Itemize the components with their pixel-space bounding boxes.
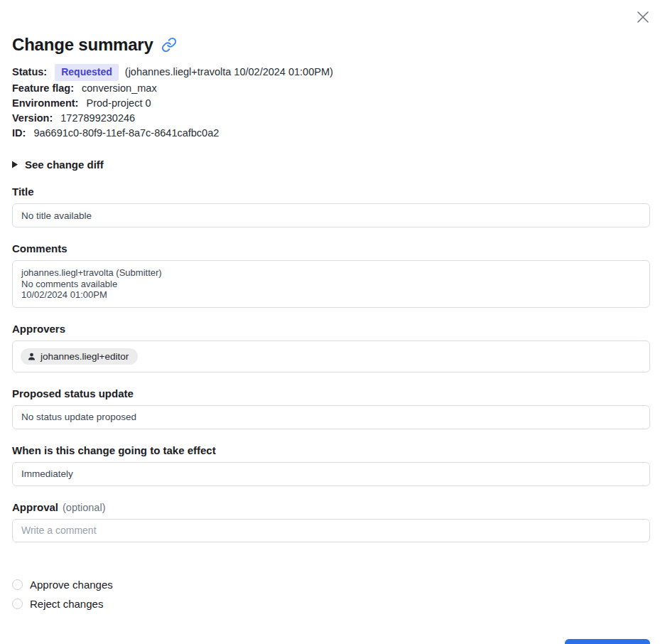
approve-changes-option[interactable]: Approve changes bbox=[12, 579, 650, 591]
copy-link-button[interactable] bbox=[161, 37, 177, 53]
meta-row-environment: Environment: Prod-project 0 bbox=[12, 96, 650, 111]
effect-time-label: When is this change going to take effect bbox=[12, 444, 650, 456]
change-summary-modal: Change summary Status: Requested (johann… bbox=[0, 0, 660, 644]
version-label: Version: bbox=[12, 112, 53, 124]
feature-flag-label: Feature flag: bbox=[12, 82, 74, 94]
feature-flag-value: conversion_max bbox=[82, 82, 157, 94]
disclosure-triangle-icon bbox=[12, 161, 18, 168]
effect-time-field: When is this change going to take effect… bbox=[12, 444, 650, 486]
title-field: Title No title available bbox=[12, 186, 650, 227]
meta-row-feature-flag: Feature flag: conversion_max bbox=[12, 81, 650, 96]
version-value: 1727899230246 bbox=[60, 112, 135, 124]
comments-field-value-box: johannes.liegl+travolta (Submitter) No c… bbox=[12, 260, 650, 308]
approve-changes-label: Approve changes bbox=[30, 579, 113, 591]
confirm-button[interactable]: Confirm bbox=[565, 639, 650, 644]
see-change-diff-toggle[interactable]: See change diff bbox=[12, 159, 104, 171]
meta-row-id: ID: 9a6691c0-80f9-11ef-8a7c-8641cafbc0a2 bbox=[12, 126, 650, 141]
approval-comment-input[interactable] bbox=[12, 519, 650, 542]
id-value: 9a6691c0-80f9-11ef-8a7c-8641cafbc0a2 bbox=[33, 127, 219, 139]
approvers-field: Approvers johannes.liegl+editor bbox=[12, 323, 650, 372]
environment-label: Environment: bbox=[12, 97, 78, 109]
approval-optional-text: (optional) bbox=[63, 502, 105, 513]
title-field-label: Title bbox=[12, 186, 650, 198]
proposed-status-value: No status update proposed bbox=[21, 412, 136, 422]
status-label: Status: bbox=[12, 66, 47, 77]
approver-chip: johannes.liegl+editor bbox=[21, 348, 138, 365]
comment-body-line: No comments available bbox=[21, 279, 641, 290]
reject-changes-radio[interactable] bbox=[12, 599, 23, 609]
effect-time-value-box: Immediately bbox=[12, 462, 650, 486]
status-badge: Requested bbox=[55, 64, 119, 81]
modal-footer: Cancel Confirm bbox=[12, 639, 650, 644]
meta-row-status: Status: Requested (johannes.liegl+travol… bbox=[12, 64, 650, 81]
environment-value: Prod-project 0 bbox=[86, 97, 151, 109]
effect-time-value: Immediately bbox=[21, 468, 73, 479]
close-icon bbox=[636, 10, 650, 24]
approver-chip-label: johannes.liegl+editor bbox=[40, 351, 129, 362]
comments-field-label: Comments bbox=[12, 242, 650, 254]
metadata-section: Status: Requested (johannes.liegl+travol… bbox=[12, 64, 650, 141]
proposed-status-label: Proposed status update bbox=[12, 387, 650, 399]
link-icon bbox=[161, 37, 177, 53]
proposed-status-value-box: No status update proposed bbox=[12, 405, 650, 429]
approvers-field-label: Approvers bbox=[12, 323, 650, 335]
status-detail: (johannes.liegl+travolta 10/02/2024 01:0… bbox=[125, 66, 333, 77]
see-change-diff-label: See change diff bbox=[25, 159, 104, 171]
title-field-value: No title available bbox=[21, 210, 92, 221]
meta-row-version: Version: 1727899230246 bbox=[12, 111, 650, 126]
proposed-status-field: Proposed status update No status update … bbox=[12, 387, 650, 429]
comments-field: Comments johannes.liegl+travolta (Submit… bbox=[12, 242, 650, 308]
person-icon bbox=[27, 352, 36, 361]
id-label: ID: bbox=[12, 127, 26, 139]
reject-changes-option[interactable]: Reject changes bbox=[12, 598, 650, 610]
page-title-text: Change summary bbox=[12, 35, 153, 55]
reject-changes-label: Reject changes bbox=[30, 598, 103, 610]
close-button[interactable] bbox=[635, 9, 651, 25]
title-field-value-box: No title available bbox=[12, 203, 650, 227]
approval-field-label: Approval (optional) bbox=[12, 501, 650, 513]
comment-timestamp-line: 10/02/2024 01:00PM bbox=[21, 289, 641, 301]
comment-submitter-line: johannes.liegl+travolta (Submitter) bbox=[21, 267, 641, 279]
approval-label-text: Approval bbox=[12, 501, 58, 513]
approve-changes-radio[interactable] bbox=[12, 579, 23, 590]
approval-field: Approval (optional) bbox=[12, 501, 650, 542]
approvers-field-value-box: johannes.liegl+editor bbox=[12, 340, 650, 372]
decision-radio-group: Approve changes Reject changes bbox=[12, 579, 650, 610]
page-title: Change summary bbox=[12, 0, 650, 55]
